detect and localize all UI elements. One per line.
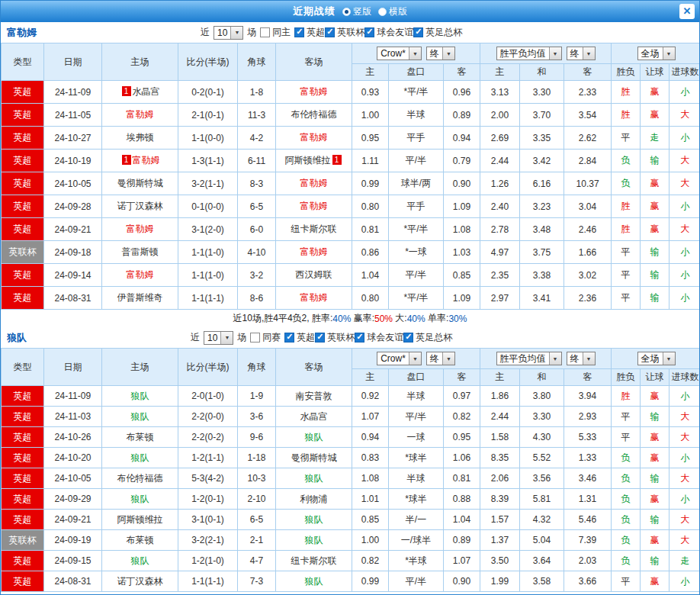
filter-bar: 近 10 场 同赛 英超英联杯球会友谊英足总杯 [191, 331, 452, 345]
wdl-time-select[interactable]: 终 [567, 352, 596, 365]
tracked-team-name: 狼队 [305, 514, 323, 525]
ah-away-odds: 0.90 [444, 571, 480, 592]
match-count-select[interactable]: 10 [204, 331, 233, 345]
league-filter-checkbox[interactable]: 球会友谊 [355, 331, 403, 344]
scope-select[interactable]: 全场 [637, 352, 676, 365]
eu-draw-odds: 4.32 [520, 510, 564, 530]
tracked-team-name: 狼队 [305, 576, 323, 587]
home-cell: 普雷斯顿 [102, 241, 178, 264]
match-count-value: 10 [204, 332, 220, 344]
eu-home-odds: 2.44 [480, 150, 520, 172]
league-filter-checkbox[interactable]: 球会友谊 [364, 26, 413, 39]
home-cell: 诺丁汉森林 [102, 195, 178, 218]
corner-cell: 3-2 [238, 264, 276, 287]
result-handicap: 赢 [641, 489, 669, 510]
summary-text: 近10场,胜4平4负2, 胜率: [233, 312, 333, 325]
league-filter-checkbox[interactable]: 英足总杯 [413, 26, 462, 39]
result-wdl: 胜 [612, 81, 641, 104]
away-cell: 狼队 [276, 510, 352, 530]
away-cell: 水晶宫 [276, 407, 352, 427]
league-type-badge: 英超 [2, 127, 44, 150]
wdl-average-select-value: 胜平负均值 [497, 47, 549, 60]
league-filter-checkbox[interactable]: 英足总杯 [403, 331, 452, 344]
ah-line: *半球 [389, 551, 444, 571]
eu-draw-odds: 5.04 [520, 530, 564, 551]
radio-unselected-icon [378, 8, 387, 16]
tracked-team-name: 富勒姆 [127, 269, 154, 280]
layout-radio-vertical[interactable]: 竖版 [342, 5, 371, 18]
table-row: 英超24-10-26布莱顿2-2(0-2)9-6狼队0.94一球0.951.58… [2, 427, 700, 448]
eu-away-odds: 1.31 [564, 489, 612, 510]
away-cell: 富勒姆 [276, 172, 352, 195]
eu-draw-odds: 3.70 [520, 104, 564, 127]
eu-draw-odds: 3.42 [520, 150, 564, 172]
corner-cell: 6-5 [238, 195, 276, 218]
league-filter-checkbox[interactable]: 英联杯 [315, 331, 355, 344]
red-card-badge: 1 [122, 86, 131, 96]
wdl-average-select[interactable]: 胜平负均值 [496, 47, 562, 60]
date-cell: 24-09-28 [44, 195, 102, 218]
corner-cell: 11-3 [238, 104, 276, 127]
same-filter-checkbox[interactable]: 同赛 [250, 331, 281, 344]
eu-away-odds: 3.02 [564, 264, 612, 287]
league-filter-label: 英超 [307, 26, 325, 39]
result-handicap: 输 [641, 150, 669, 172]
odds-time-select[interactable]: 终 [426, 352, 455, 365]
ah-home-odds: 0.80 [352, 195, 389, 218]
scope-select[interactable]: 全场 [637, 47, 676, 60]
close-button[interactable]: ✕ [679, 4, 695, 19]
ah-home-odds: 1.00 [352, 104, 389, 127]
league-filter-checkbox[interactable]: 英超 [294, 26, 325, 39]
corner-cell: 2-1 [238, 530, 276, 551]
away-cell: 狼队 [276, 530, 352, 551]
home-cell: 布莱顿 [102, 530, 178, 551]
tracked-team-name: 富勒姆 [127, 109, 154, 120]
ah-away-odds: 1.03 [444, 241, 480, 264]
wdl-average-select[interactable]: 胜平负均值 [496, 352, 562, 365]
ah-line: 半球 [389, 468, 444, 489]
games-label: 场 [237, 331, 246, 344]
result-handicap: 输 [641, 407, 669, 427]
summary-stats: 近10场,胜4平4负2, 胜率:40% 赢率:50% 大:40% 单率:30% [1, 310, 699, 327]
score-cell: 1-1(1-1) [178, 287, 238, 310]
score-cell: 0-2(0-1) [178, 81, 238, 104]
away-cell: 狼队 [276, 468, 352, 489]
eu-home-odds: 1.37 [480, 530, 520, 551]
odds-source-select[interactable]: Crow* [377, 47, 422, 60]
eu-away-odds: 7.39 [564, 530, 612, 551]
table-row: 英超24-09-14富勒姆1-1(1-0)3-2西汉姆联1.04平/半0.852… [2, 264, 700, 287]
odds-time-select[interactable]: 终 [426, 47, 455, 60]
ah-away-odds: 0.96 [444, 81, 480, 104]
league-filter-checkbox[interactable]: 英联杯 [325, 26, 364, 39]
table-row: 英超24-09-29狼队1-2(0-1)2-10利物浦1.01*球半0.888.… [2, 489, 700, 510]
team-name-text: 布莱顿 [127, 535, 154, 545]
ah-away-odds: 0.85 [444, 264, 480, 287]
table-row: 英联杯24-09-18普雷斯顿1-1(1-0)4-10富勒姆0.86*一球1.0… [2, 241, 700, 264]
corner-cell: 7-3 [238, 571, 276, 592]
corner-cell: 4-10 [238, 241, 276, 264]
team-name-text: 阿斯顿维拉 [117, 514, 163, 525]
wdl-time-select[interactable]: 终 [567, 47, 596, 60]
ah-away-odds: 0.89 [444, 104, 480, 127]
match-count-select[interactable]: 10 [214, 26, 243, 40]
result-handicap: 赢 [641, 571, 669, 592]
score-cell: 3-1(2-0) [178, 218, 238, 241]
chevron-down-icon [663, 47, 675, 60]
result-handicap: 赢 [641, 386, 669, 407]
date-cell: 24-08-31 [44, 571, 102, 592]
eu-draw-odds: 3.64 [520, 551, 564, 571]
date-cell: 24-08-31 [44, 287, 102, 310]
same-filter-checkbox[interactable]: 同主 [260, 26, 291, 39]
section-header: 狼队 近 10 场 同赛 英超英联杯球会友谊英足总杯 [1, 327, 699, 348]
odds-source-select[interactable]: Crow* [377, 352, 422, 365]
date-cell: 24-11-03 [44, 407, 102, 427]
layout-radio-horizontal[interactable]: 横版 [378, 5, 407, 18]
score-cell: 5-3(4-2) [178, 468, 238, 489]
result-handicap: 赢 [641, 427, 669, 448]
result-wdl: 负 [612, 150, 641, 172]
home-cell: 阿斯顿维拉 [102, 510, 178, 530]
eu-away-odds: 2.03 [564, 551, 612, 571]
league-filter-checkbox[interactable]: 英超 [284, 331, 315, 344]
chevron-down-icon [583, 47, 595, 60]
corner-cell: 2-10 [238, 489, 276, 510]
